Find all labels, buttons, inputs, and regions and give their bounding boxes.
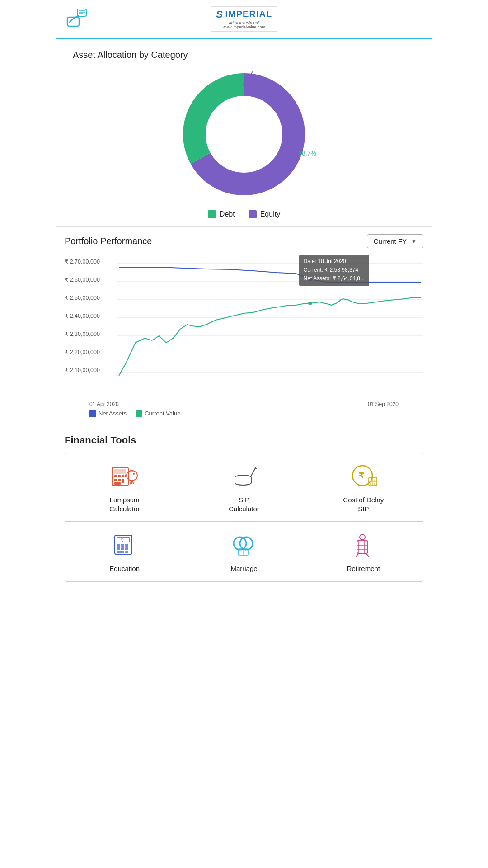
lumpsum-icon <box>111 463 138 491</box>
svg-text:₹ 2,30,00,000: ₹ 2,30,00,000 <box>65 331 100 337</box>
education-icon: ₹ <box>111 532 138 560</box>
svg-rect-30 <box>122 475 124 477</box>
tool-lumpsum[interactable]: LumpsumCalculator <box>65 453 184 521</box>
performance-chart: ₹ 2,70,00,000 ₹ 2,60,00,000 ₹ 2,50,00,00… <box>65 255 423 399</box>
svg-text:₹ 2,50,00,000: ₹ 2,50,00,000 <box>65 295 100 301</box>
net-assets-legend: Net Assets <box>89 410 127 417</box>
logo-url: www.imperialvalue.com <box>223 25 265 29</box>
chart-legend: Debt Equity <box>208 210 280 218</box>
donut-chart: 38.7% <box>176 66 312 202</box>
svg-text:+: + <box>370 478 372 482</box>
education-label: Education <box>109 564 140 573</box>
marriage-icon <box>229 532 258 560</box>
svg-rect-46 <box>235 477 251 483</box>
svg-point-36 <box>133 473 135 475</box>
current-value-label: Current Value <box>145 410 180 417</box>
sip-label: SIPCalculator <box>229 495 259 513</box>
cost-of-delay-label: Cost of DelaySIP <box>343 495 384 513</box>
lumpsum-label: LumpsumCalculator <box>109 495 140 513</box>
tools-grid: LumpsumCalculator <box>65 453 423 582</box>
svg-marker-50 <box>254 467 258 469</box>
svg-rect-66 <box>117 547 120 550</box>
retirement-label: Retirement <box>347 564 380 573</box>
svg-rect-28 <box>114 475 117 477</box>
tools-row-1: LumpsumCalculator <box>65 453 423 522</box>
svg-rect-29 <box>118 475 121 477</box>
svg-text:×: × <box>370 482 372 486</box>
svg-rect-31 <box>114 479 117 481</box>
svg-rect-70 <box>125 551 128 553</box>
svg-rect-65 <box>125 544 128 547</box>
portfolio-performance-section: Portfolio Performance Current FY ▼ ₹ 2,7… <box>56 227 432 427</box>
sip-icon <box>230 463 258 491</box>
debt-color-box <box>208 210 216 218</box>
header: S IMPERIAL art of investment www.imperia… <box>56 0 432 39</box>
portfolio-header: Portfolio Performance Current FY ▼ <box>65 234 423 248</box>
svg-rect-64 <box>121 544 124 547</box>
x-label-start: 01 Apr 2020 <box>89 401 119 407</box>
chevron-down-icon: ▼ <box>411 238 417 245</box>
phone-icon[interactable] <box>65 5 88 32</box>
chart-x-labels: 01 Apr 2020 01 Sep 2020 <box>65 399 423 407</box>
svg-rect-63 <box>117 544 120 547</box>
tool-education[interactable]: ₹ Education <box>65 522 184 581</box>
svg-rect-61 <box>117 538 130 542</box>
retirement-icon <box>349 532 378 560</box>
asset-allocation-title: Asset Allocation by Category <box>65 43 423 62</box>
svg-point-24 <box>308 278 312 281</box>
cost-of-delay-icon: ₹ + - × = <box>349 463 378 491</box>
net-assets-label: Net Assets <box>99 410 127 417</box>
equity-legend: Equity <box>249 210 280 218</box>
equity-color-box <box>249 210 257 218</box>
svg-point-81 <box>360 534 365 540</box>
svg-rect-68 <box>125 547 128 550</box>
asset-allocation-section: Asset Allocation by Category 38.7% Debt … <box>56 39 432 227</box>
portfolio-title: Portfolio Performance <box>65 236 152 246</box>
net-assets-color <box>89 410 96 417</box>
svg-line-83 <box>366 553 369 557</box>
svg-rect-69 <box>117 551 124 553</box>
debt-percentage: 38.7% <box>298 150 316 157</box>
debt-label: Debt <box>220 210 235 218</box>
equity-label: Equity <box>260 210 280 218</box>
logo-name: IMPERIAL <box>225 9 272 19</box>
svg-text:₹ 2,20,00,000: ₹ 2,20,00,000 <box>65 349 100 355</box>
period-label: Current FY <box>374 237 407 245</box>
marriage-label: Marriage <box>230 564 257 573</box>
svg-rect-27 <box>114 469 126 474</box>
tool-sip[interactable]: SIPCalculator <box>184 453 304 521</box>
svg-point-8 <box>243 83 245 86</box>
logo: S IMPERIAL art of investment www.imperia… <box>211 6 277 32</box>
current-value-legend: Current Value <box>136 410 180 417</box>
svg-text:-: - <box>374 478 375 482</box>
logo-tagline: art of investment <box>229 20 259 25</box>
debt-legend: Debt <box>208 210 235 218</box>
svg-text:₹: ₹ <box>359 471 364 480</box>
tool-cost-of-delay[interactable]: ₹ + - × = Cost of DelaySIP <box>304 453 423 521</box>
current-value-color <box>136 410 142 417</box>
financial-tools-section: Financial Tools <box>56 427 432 589</box>
svg-text:₹ 2,60,00,000: ₹ 2,60,00,000 <box>65 277 100 283</box>
chart-legend-row: Net Assets Current Value <box>65 407 423 420</box>
financial-tools-title: Financial Tools <box>65 434 423 446</box>
svg-line-82 <box>356 553 359 557</box>
tool-retirement[interactable]: Retirement <box>304 522 423 581</box>
svg-rect-42 <box>130 470 133 472</box>
logo-letter: S <box>216 9 223 20</box>
svg-rect-34 <box>114 482 121 485</box>
svg-text:₹ 2,40,00,000: ₹ 2,40,00,000 <box>65 313 100 319</box>
svg-text:=: = <box>374 482 376 486</box>
svg-text:₹ 2,10,00,000: ₹ 2,10,00,000 <box>65 367 100 373</box>
period-selector[interactable]: Current FY ▼ <box>367 234 423 248</box>
svg-rect-32 <box>118 479 121 481</box>
tools-row-2: ₹ Education <box>65 522 423 581</box>
svg-point-25 <box>308 302 312 305</box>
svg-rect-33 <box>122 479 124 483</box>
svg-rect-67 <box>121 547 124 550</box>
svg-text:₹: ₹ <box>120 537 123 542</box>
tool-marriage[interactable]: Marriage <box>184 522 304 581</box>
x-label-end: 01 Sep 2020 <box>368 401 399 407</box>
svg-text:₹ 2,70,00,000: ₹ 2,70,00,000 <box>65 259 100 265</box>
